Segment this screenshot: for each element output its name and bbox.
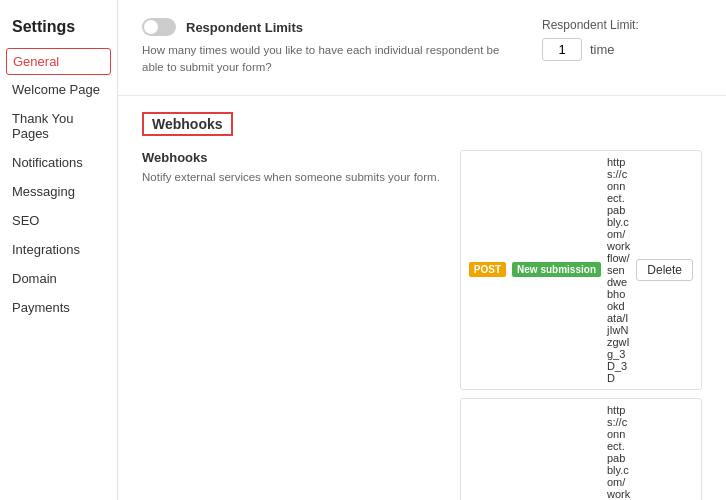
webhooks-left: Webhooks Notify external services when s… [142, 150, 440, 501]
respondent-limits-desc: How many times would you like to have ea… [142, 42, 512, 77]
respondent-limits-left: Respondent Limits How many times would y… [142, 18, 512, 77]
respondent-limits-label: Respondent Limits [186, 20, 303, 35]
limit-input[interactable] [542, 38, 582, 61]
limit-label: Respondent Limit: [542, 18, 639, 32]
webhook-row-2: POST New submission https://connect.pabb… [460, 398, 702, 501]
sidebar-item-payments[interactable]: Payments [0, 293, 117, 322]
sidebar-title: Settings [0, 10, 117, 48]
sidebar-item-notifications[interactable]: Notifications [0, 148, 117, 177]
limit-row: time [542, 38, 615, 61]
webhooks-body: Webhooks Notify external services when s… [142, 150, 702, 501]
sidebar-item-welcome-page[interactable]: Welcome Page [0, 75, 117, 104]
sidebar-item-domain[interactable]: Domain [0, 264, 117, 293]
webhook-1-url: https://connect.pabbly.com/workflow/send… [607, 156, 630, 384]
webhook-2-url: https://connect.pabbly.com/workflow/send… [607, 404, 630, 501]
webhook-row-1: POST New submission https://connect.pabb… [460, 150, 702, 390]
sidebar-item-seo[interactable]: SEO [0, 206, 117, 235]
respondent-limits-toggle[interactable] [142, 18, 176, 36]
webhooks-right: POST New submission https://connect.pabb… [460, 150, 702, 501]
toggle-knob [144, 20, 158, 34]
webhook-1-delete-button[interactable]: Delete [636, 259, 693, 281]
webhook-1-badge: New submission [512, 262, 601, 277]
respondent-limits-right: Respondent Limit: time [542, 18, 702, 61]
sidebar-item-thank-you-pages[interactable]: Thank You Pages [0, 104, 117, 148]
sidebar-item-messaging[interactable]: Messaging [0, 177, 117, 206]
webhooks-sub-desc: Notify external services when someone su… [142, 169, 440, 186]
sidebar-item-integrations[interactable]: Integrations [0, 235, 117, 264]
webhook-1-method: POST [469, 262, 506, 277]
limit-unit: time [590, 42, 615, 57]
webhooks-section: Webhooks Webhooks Notify external servic… [118, 96, 726, 501]
webhooks-sub-label: Webhooks [142, 150, 440, 165]
main-content: Respondent Limits How many times would y… [118, 0, 726, 500]
webhooks-title: Webhooks [142, 112, 233, 136]
sidebar: Settings General Welcome Page Thank You … [0, 0, 118, 500]
respondent-limits-section: Respondent Limits How many times would y… [118, 0, 726, 96]
sidebar-item-general[interactable]: General [6, 48, 111, 75]
